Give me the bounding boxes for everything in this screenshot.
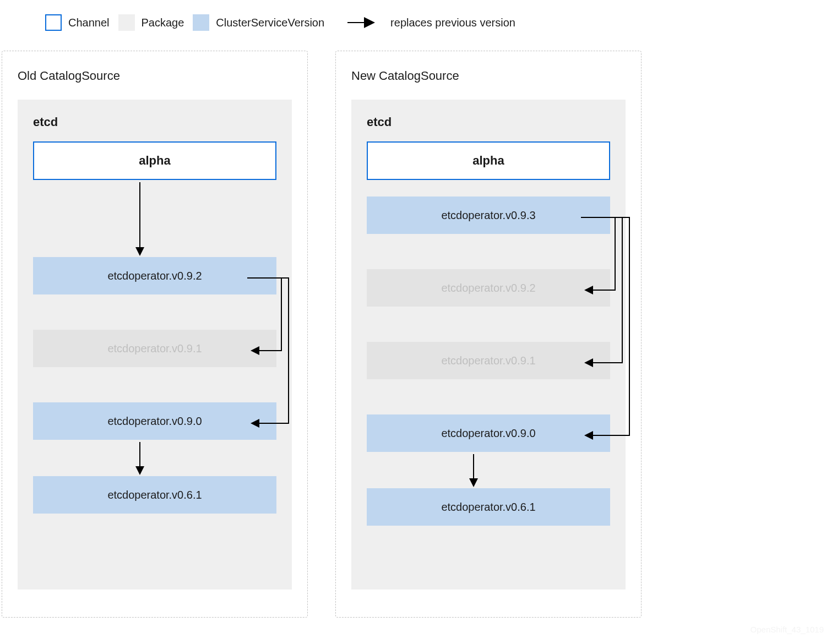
channel-swatch [45, 14, 62, 31]
old-v061: etcdoperator.v0.6.1 [33, 476, 276, 514]
legend-item-channel: Channel [45, 14, 110, 31]
old-v090: etcdoperator.v0.9.0 [33, 402, 276, 440]
new-package-box: etcd alpha etcdoperator.v0.9.3 etcdopera… [351, 100, 626, 590]
new-catalog-title: New CatalogSource [351, 69, 626, 83]
old-v091: etcdoperator.v0.9.1 [33, 330, 276, 367]
legend-item-package: Package [118, 14, 184, 31]
new-v061: etcdoperator.v0.6.1 [367, 488, 610, 526]
new-v093: etcdoperator.v0.9.3 [367, 197, 610, 234]
new-v091: etcdoperator.v0.9.1 [367, 342, 610, 379]
legend-item-csv: ClusterServiceVersion [193, 14, 324, 31]
watermark: OpenShift_43_1019 [751, 625, 824, 634]
legend-label-package: Package [142, 17, 184, 29]
new-catalog-source: New CatalogSource etcd alpha et [335, 51, 642, 618]
legend-label-replaces: replaces previous version [390, 17, 515, 29]
legend-label-csv: ClusterServiceVersion [216, 17, 324, 29]
new-package-title: etcd [367, 115, 610, 129]
old-v092: etcdoperator.v0.9.2 [33, 257, 276, 294]
legend-label-channel: Channel [68, 17, 110, 29]
old-package-box: etcd alpha etcdoperator.v0.9.2 etcdopera… [18, 100, 292, 590]
new-v090: etcdoperator.v0.9.0 [367, 414, 610, 452]
old-catalog-title: Old CatalogSource [18, 69, 292, 83]
package-swatch [118, 14, 135, 31]
arrow-icon [346, 17, 377, 28]
old-package-title: etcd [33, 115, 276, 129]
new-v092: etcdoperator.v0.9.2 [367, 269, 610, 307]
panels-container: Old CatalogSource etcd alpha et [2, 51, 642, 618]
old-catalog-source: Old CatalogSource etcd alpha et [2, 51, 308, 618]
csv-swatch [193, 14, 209, 31]
old-channel-alpha: alpha [33, 141, 276, 180]
legend-item-arrow: replaces previous version [346, 17, 515, 29]
new-channel-alpha: alpha [367, 141, 610, 180]
legend: Channel Package ClusterServiceVersion re… [45, 14, 515, 31]
